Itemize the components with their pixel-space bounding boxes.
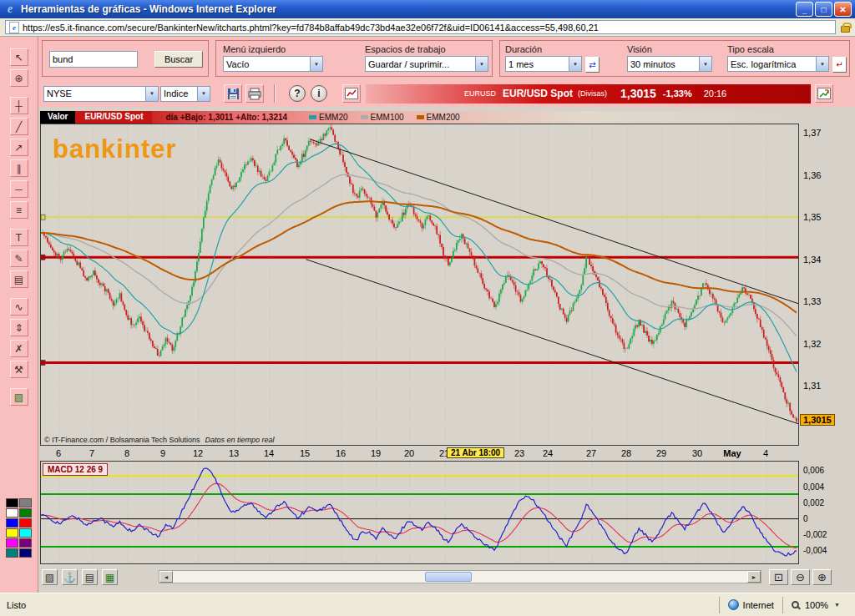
tool-column: ↖⊕┼╱↗∥─≡T✎▤∿⇕✗⚒▧ <box>10 48 28 406</box>
scale-type-select[interactable]: Esc. logarítmica▼ <box>727 56 829 72</box>
fibonacci-tool[interactable]: ≡ <box>10 201 28 219</box>
palette-swatch[interactable] <box>19 538 32 548</box>
data-table-icon[interactable]: ▤ <box>82 569 98 585</box>
line-tool[interactable]: ╱ <box>10 118 28 135</box>
chart-header: Valor EUR/USD Spot día +Bajo: 1,3011 +Al… <box>40 111 799 124</box>
print-button[interactable] <box>245 84 264 103</box>
note-tool[interactable]: ✎ <box>10 250 28 267</box>
book-tool[interactable]: ▤ <box>10 270 28 288</box>
instrument-type-select[interactable]: Indice▼ <box>160 86 210 102</box>
ie-icon: e <box>3 3 17 16</box>
palette-swatch[interactable] <box>6 508 18 518</box>
zoom-out-button[interactable]: ⊖ <box>791 569 810 585</box>
bottom-bar: ▧⚓▤▦ ◄ ► ⊡⊖⊕ <box>38 568 855 589</box>
expand-tool[interactable]: ⇕ <box>10 319 28 336</box>
workspaces-select[interactable]: Guardar / suprimir...▼ <box>365 56 488 72</box>
zoom-area-button[interactable]: ⊡ <box>769 569 788 585</box>
info-button[interactable]: i <box>311 85 327 102</box>
price-chart[interactable]: bankinter © IT-Finance.com / Bolsamania … <box>40 124 799 446</box>
anchor-icon[interactable]: ⚓ <box>62 569 78 585</box>
zone-indicator: Internet <box>719 597 782 613</box>
apply-scale-button[interactable]: ↵ <box>832 57 847 73</box>
macd-label: MACD 12 26 9 <box>43 463 108 476</box>
zoom-indicator[interactable]: 100%▼ <box>782 597 848 613</box>
legend-item: EMM20 <box>309 113 347 122</box>
text-tool[interactable]: T <box>10 229 28 246</box>
zoom-tool[interactable]: ⊕ <box>10 69 28 87</box>
last-price-tag: 1,3015 <box>800 414 835 426</box>
main-panel: Buscar Menú izquierdo Vacío▼ Espacios de… <box>38 37 855 593</box>
vision-select[interactable]: 30 minutos▼ <box>627 56 712 72</box>
zoom-in-button[interactable]: ⊕ <box>812 569 832 585</box>
zigzag-tool[interactable]: ∿ <box>10 298 28 316</box>
palette-swatch[interactable] <box>6 518 18 528</box>
symbol-search-input[interactable] <box>49 51 138 68</box>
date-tick: 6 <box>56 448 61 458</box>
quote-time: 20:16 <box>704 88 727 98</box>
save-icon <box>227 88 240 100</box>
popout-chart-button[interactable] <box>815 84 833 103</box>
page-icon: e <box>9 22 19 33</box>
horizontal-scrollbar[interactable]: ◄ ► <box>159 570 761 583</box>
palette-swatch[interactable] <box>6 528 18 538</box>
macd-tick: -0,004 <box>803 546 827 555</box>
macd-svg <box>41 462 798 563</box>
status-text: Listo <box>7 600 719 610</box>
url-field[interactable]: e https://es5.it-finance.com/secure/Bank… <box>5 20 836 34</box>
chevron-down-icon: ▼ <box>145 87 158 101</box>
close-button[interactable]: ✕ <box>834 2 852 17</box>
scroll-left-button[interactable]: ◄ <box>159 571 173 583</box>
date-tick: 20 <box>404 448 414 458</box>
chart-mode-button[interactable] <box>342 84 361 103</box>
help-button[interactable]: ? <box>289 85 306 102</box>
save-button[interactable] <box>224 84 242 103</box>
scroll-right-button[interactable]: ► <box>747 571 761 583</box>
left-menu-select[interactable]: Vacío▼ <box>223 56 323 72</box>
palette-swatch[interactable] <box>6 498 18 507</box>
magnifier-icon <box>792 601 799 608</box>
crosshair-tool[interactable]: ┼ <box>10 97 28 114</box>
palette-swatch[interactable] <box>19 508 32 518</box>
chart-style-tool[interactable]: ▧ <box>10 388 28 406</box>
date-tick: 15 <box>300 448 310 458</box>
duration-select[interactable]: 1 mes▼ <box>505 56 582 72</box>
day-range-label: día +Bajo: 1,3011 +Alto: 1,3214 <box>165 113 287 122</box>
date-tick: 23 <box>514 448 524 458</box>
popout-chart-icon <box>817 88 831 99</box>
tools-tool[interactable]: ⚒ <box>10 361 28 378</box>
date-tick: 16 <box>336 448 346 458</box>
duration-extra-button[interactable]: ⇄ <box>585 57 600 73</box>
palette-swatch[interactable] <box>19 498 32 507</box>
cursor-date-tag: 21 Abr 18:00 <box>447 447 504 458</box>
price-tick: 1,34 <box>803 255 821 265</box>
vision-label: Visión <box>627 44 712 54</box>
palette-swatch[interactable] <box>19 518 32 528</box>
maximize-button[interactable]: □ <box>815 2 832 17</box>
export-grid-icon[interactable]: ▦ <box>102 569 118 585</box>
zoom-controls: ⊡⊖⊕ <box>769 569 832 585</box>
quote-change: -1,33% <box>663 88 692 98</box>
palette-swatch[interactable] <box>19 528 32 538</box>
exchange-select[interactable]: NYSE▼ <box>43 86 159 102</box>
macd-tick: 0 <box>803 514 808 523</box>
macd-chart[interactable]: MACD 12 26 9 <box>40 461 799 564</box>
palette-swatch[interactable] <box>19 548 32 558</box>
price-tick: 1,35 <box>803 212 821 222</box>
delete-tool[interactable]: ✗ <box>10 340 28 357</box>
date-tick: 13 <box>229 448 239 458</box>
search-button[interactable]: Buscar <box>154 51 203 68</box>
horizontal-line-tool[interactable]: ─ <box>10 180 28 198</box>
palette-swatch[interactable] <box>6 538 18 548</box>
macd-axis: 0,0060,0040,0020-0,002-0,004 <box>799 461 851 564</box>
date-tick: 9 <box>160 448 165 458</box>
minimize-button[interactable]: _ <box>796 2 813 17</box>
trendline-tool[interactable]: ↗ <box>10 139 28 156</box>
pointer-tool[interactable]: ↖ <box>10 48 28 66</box>
scrollbar-thumb[interactable] <box>425 572 472 582</box>
scale-type-label: Tipo escala <box>727 44 829 54</box>
palette-swatch[interactable] <box>6 548 18 558</box>
copyright: © IT-Finance.com / Bolsamania Tech Solut… <box>44 436 275 444</box>
channel-tool[interactable]: ∥ <box>10 159 28 177</box>
chart-settings-icon[interactable]: ▧ <box>42 569 58 585</box>
duration-label: Duración <box>505 44 582 54</box>
